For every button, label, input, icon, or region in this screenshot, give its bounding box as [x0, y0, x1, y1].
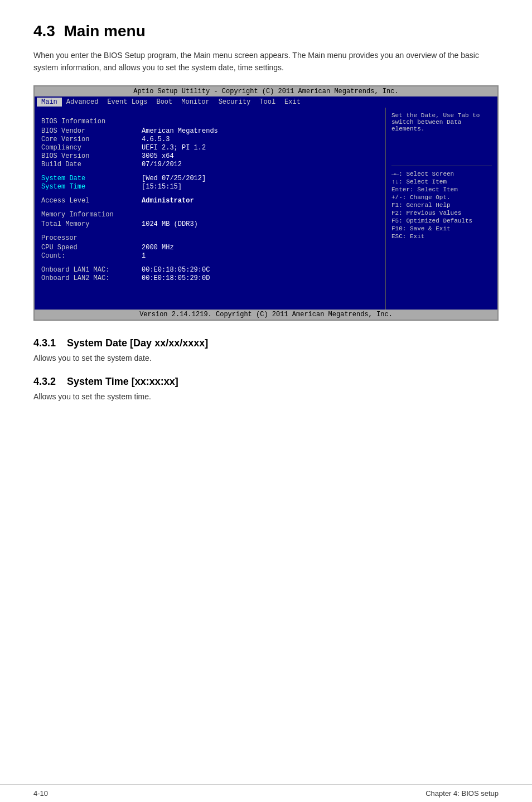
help-key-f2: F2: Previous Values: [391, 210, 492, 216]
access-level-value: Administrator: [142, 197, 194, 205]
processor-label: Processor: [41, 234, 142, 242]
bios-main-content: BIOS Information BIOS Vendor American Me…: [35, 108, 386, 310]
help-key-screen: →←: Select Screen: [391, 171, 492, 177]
section-title: 4.3 Main menu: [33, 22, 499, 40]
count-value: 1: [142, 252, 146, 260]
bios-menu-eventlogs[interactable]: Event Logs: [103, 98, 152, 107]
count-row: Count: 1: [41, 252, 379, 260]
bios-help-panel: Set the Date, Use Tab to switch between …: [386, 108, 497, 310]
compliancy-value: UEFI 2.3; PI 1.2: [142, 144, 206, 152]
bios-version-value: 3005 x64: [142, 152, 174, 160]
cpu-speed-row: CPU Speed 2000 MHz: [41, 244, 379, 252]
lan1-row: Onboard LAN1 MAC: 00:E0:18:05:29:0C: [41, 266, 379, 274]
bios-screen: Aptio Setup Utility - Copyright (C) 2011…: [33, 85, 499, 321]
lan2-row: Onboard LAN2 MAC: 00:E0:18:05:29:0D: [41, 274, 379, 282]
subsection-title-431: 4.3.1 System Date [Day xx/xx/xxxx]: [33, 337, 499, 349]
memory-info-label: Memory Information: [41, 211, 142, 219]
bios-menu-tool[interactable]: Tool: [255, 98, 280, 107]
help-key-change: +/-: Change Opt.: [391, 194, 492, 201]
bios-vendor-value: American Megatrends: [142, 127, 218, 135]
help-key-enter: Enter: Select Item: [391, 186, 492, 193]
bios-menu-bar: Main Advanced Event Logs Boot Monitor Se…: [35, 96, 497, 108]
core-version-value: 4.6.5.3: [142, 136, 170, 143]
core-version-label: Core Version: [41, 136, 142, 143]
bios-menu-advanced[interactable]: Advanced: [62, 98, 103, 107]
bios-menu-boot[interactable]: Boot: [152, 98, 177, 107]
bios-title-bar: Aptio Setup Utility - Copyright (C) 2011…: [35, 86, 497, 96]
bios-menu-main[interactable]: Main: [37, 98, 62, 107]
help-key-f10: F10: Save & Exit: [391, 225, 492, 232]
system-time-value: [15:15:15]: [142, 183, 182, 191]
bios-menu-monitor[interactable]: Monitor: [177, 98, 214, 107]
help-key-f1: F1: General Help: [391, 202, 492, 209]
build-date-value: 07/19/2012: [142, 161, 182, 168]
total-memory-value: 1024 MB (DDR3): [142, 220, 198, 228]
processor-row: Processor: [41, 234, 379, 243]
bios-vendor-label: BIOS Vendor: [41, 127, 142, 135]
bios-version-row: BIOS Version 3005 x64: [41, 152, 379, 160]
system-time-label: System Time: [41, 183, 142, 191]
count-label: Count:: [41, 252, 142, 260]
help-keys: →←: Select Screen ↑↓: Select Item Enter:…: [391, 171, 492, 241]
lan1-label: Onboard LAN1 MAC:: [41, 266, 142, 274]
bios-info-label-row: BIOS Information: [41, 118, 379, 127]
system-time-row: System Time [15:15:15]: [41, 183, 379, 191]
bios-menu-security[interactable]: Security: [214, 98, 255, 107]
subsection-text-431: Allows you to set the system date.: [33, 354, 499, 363]
build-date-label: Build Date: [41, 161, 142, 168]
subsection-title-432: 4.3.2 System Time [xx:xx:xx]: [33, 376, 499, 388]
bios-footer: Version 2.14.1219. Copyright (C) 2011 Am…: [35, 310, 497, 320]
lan2-value: 00:E0:18:05:29:0D: [142, 274, 210, 282]
bios-body: BIOS Information BIOS Vendor American Me…: [35, 108, 497, 310]
compliancy-row: Compliancy UEFI 2.3; PI 1.2: [41, 144, 379, 152]
system-date-value: [Wed 07/25/2012]: [142, 175, 206, 182]
bios-version-label: BIOS Version: [41, 152, 142, 160]
bios-menu-exit[interactable]: Exit: [280, 98, 305, 107]
help-key-f5: F5: Optimized Defaults: [391, 218, 492, 224]
bios-vendor-row: BIOS Vendor American Megatrends: [41, 127, 379, 135]
access-level-row: Access Level Administrator: [41, 197, 379, 205]
help-key-item: ↑↓: Select Item: [391, 178, 492, 185]
core-version-row: Core Version 4.6.5.3: [41, 136, 379, 143]
access-level-label: Access Level: [41, 197, 142, 205]
cpu-speed-value: 2000 MHz: [142, 244, 174, 252]
build-date-row: Build Date 07/19/2012: [41, 161, 379, 168]
intro-text: When you enter the BIOS Setup program, t…: [33, 49, 499, 74]
subsection-text-432: Allows you to set the system time.: [33, 392, 499, 401]
system-date-row: System Date [Wed 07/25/2012]: [41, 175, 379, 182]
bios-info-label: BIOS Information: [41, 118, 142, 125]
footer-chapter: Chapter 4: BIOS setup: [425, 789, 499, 798]
total-memory-label: Total Memory: [41, 220, 142, 228]
memory-info-row: Memory Information: [41, 211, 379, 220]
bottom-bar: 4-10 Chapter 4: BIOS setup: [0, 784, 532, 802]
total-memory-row: Total Memory 1024 MB (DDR3): [41, 220, 379, 228]
footer-page-number: 4-10: [33, 789, 48, 798]
lan2-label: Onboard LAN2 MAC:: [41, 274, 142, 282]
help-key-esc: ESC: Exit: [391, 233, 492, 240]
cpu-speed-label: CPU Speed: [41, 244, 142, 252]
system-date-label: System Date: [41, 175, 142, 182]
lan1-value: 00:E0:18:05:29:0C: [142, 266, 210, 274]
help-top-text: Set the Date, Use Tab to switch between …: [391, 112, 492, 166]
compliancy-label: Compliancy: [41, 144, 142, 152]
